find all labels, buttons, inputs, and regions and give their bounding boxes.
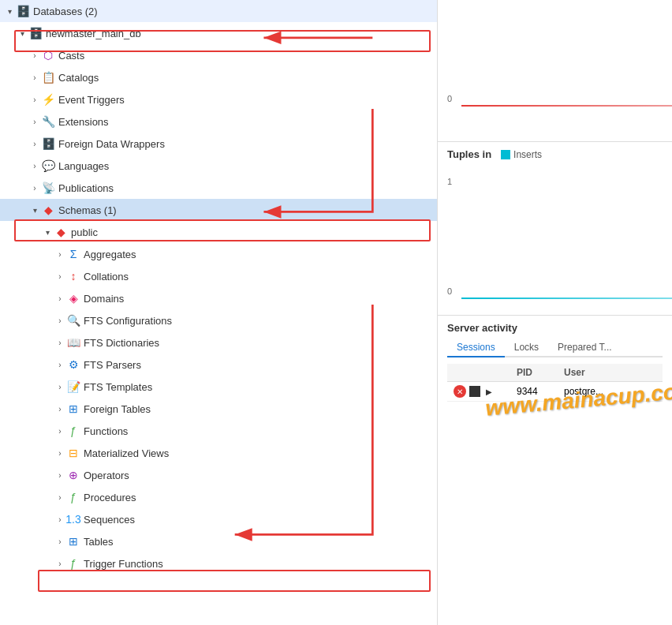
chevron-foreign-data[interactable] (28, 137, 41, 150)
tree-item-schemas[interactable]: ◆Schemas (1) (0, 199, 437, 221)
tree-item-procedures[interactable]: ƒProcedures (0, 486, 437, 508)
label-publications: Publications (58, 182, 114, 194)
tree-item-fts-dict[interactable]: 📖FTS Dictionaries (0, 331, 437, 354)
icon-publications: 📡 (41, 181, 55, 195)
chevron-event-triggers[interactable] (28, 93, 41, 106)
tree-item-fts-parsers[interactable]: ⚙FTS Parsers (0, 354, 437, 376)
icon-operators: ⊕ (66, 468, 80, 482)
tree-item-casts[interactable]: ⬡Casts (0, 44, 437, 66)
play-button[interactable]: ▶ (483, 386, 495, 397)
chevron-public[interactable] (41, 226, 54, 238)
tree-item-functions[interactable]: ƒFunctions (0, 420, 437, 442)
chevron-casts[interactable] (28, 49, 41, 62)
icon-fts-dict: 📖 (66, 335, 80, 350)
icon-newmaster: 🗄️ (28, 26, 43, 40)
icon-fts-templates: 📝 (66, 380, 80, 394)
chevron-extensions[interactable] (28, 115, 41, 128)
tree-item-tables[interactable]: ⊞Tables (0, 530, 437, 552)
terminate-button[interactable] (469, 386, 480, 397)
label-fts-dict: FTS Dictionaries (84, 337, 159, 349)
server-tabs-row: Sessions Locks Prepared T... (447, 339, 663, 357)
chevron-databases[interactable] (3, 5, 16, 17)
icon-procedures: ƒ (66, 490, 80, 504)
chevron-collations[interactable] (54, 270, 66, 283)
icon-schemas: ◆ (41, 203, 55, 217)
label-procedures: Procedures (84, 492, 136, 503)
tree-item-catalogs[interactable]: 📋Catalogs (0, 66, 437, 88)
tree-item-foreign-tables[interactable]: ⊞Foreign Tables (0, 398, 437, 420)
label-sequences: Sequences (84, 514, 135, 526)
tree-item-collations[interactable]: ↕Collations (0, 265, 437, 287)
chart-top: 0 (438, 0, 672, 142)
stop-button[interactable]: ✕ (454, 385, 466, 398)
chevron-fts-config[interactable] (54, 314, 66, 327)
icon-casts: ⬡ (41, 48, 55, 62)
tree-root: 🗄️Databases (2)🗄️newmaster_main_db⬡Casts… (0, 0, 437, 574)
legend-inserts: Inserts (501, 149, 542, 160)
chevron-languages[interactable] (28, 159, 41, 172)
chevron-publications[interactable] (28, 182, 41, 194)
tree-item-databases[interactable]: 🗄️Databases (2) (0, 0, 437, 22)
chevron-aggregates[interactable] (54, 248, 66, 260)
chevron-tables[interactable] (54, 535, 66, 548)
chevron-fts-templates[interactable] (54, 380, 66, 393)
tree-container: 🗄️Databases (2)🗄️newmaster_main_db⬡Casts… (0, 0, 437, 574)
chevron-procedures[interactable] (54, 491, 66, 503)
tab-prepared-t[interactable]: Prepared T... (548, 339, 621, 357)
chevron-domains[interactable] (54, 292, 66, 305)
tree-item-mat-views[interactable]: ⊟Materialized Views (0, 442, 437, 464)
chevron-fts-parsers[interactable] (54, 358, 66, 371)
left-panel: 🗄️Databases (2)🗄️newmaster_main_db⬡Casts… (0, 0, 438, 625)
tree-item-operators[interactable]: ⊕Operators (0, 464, 437, 486)
label-trigger-functions: Trigger Functions (84, 558, 163, 570)
chevron-fts-dict[interactable] (54, 336, 66, 349)
label-mat-views: Materialized Views (84, 447, 169, 459)
icon-databases: 🗄️ (16, 4, 30, 18)
tree-item-aggregates[interactable]: ΣAggregates (0, 243, 437, 265)
tab-sessions[interactable]: Sessions (447, 339, 505, 357)
icon-collations: ↕ (66, 269, 80, 283)
icon-sequences: 1.3 (66, 512, 80, 526)
tree-item-public[interactable]: ◆public (0, 221, 437, 243)
col-header-user: User (558, 364, 621, 381)
chevron-sequences[interactable] (54, 513, 66, 526)
tree-item-newmaster[interactable]: 🗄️newmaster_main_db (0, 22, 437, 44)
tree-item-sequences[interactable]: 1.3Sequences (0, 508, 437, 530)
table-header: PID User (447, 364, 663, 382)
chevron-trigger-functions[interactable] (54, 557, 66, 570)
chart-one-label: 1 (447, 177, 452, 186)
chevron-mat-views[interactable] (54, 447, 66, 459)
tree-item-fts-templates[interactable]: 📝FTS Templates (0, 376, 437, 398)
chevron-newmaster[interactable] (16, 27, 28, 39)
tab-locks[interactable]: Locks (505, 339, 548, 357)
label-operators: Operators (84, 470, 129, 481)
label-catalogs: Catalogs (58, 72, 99, 84)
tree-item-fts-config[interactable]: 🔍FTS Configurations (0, 309, 437, 331)
col-header-pid: PID (510, 364, 558, 381)
tree-item-publications[interactable]: 📡Publications (0, 177, 437, 199)
chevron-schemas[interactable] (28, 204, 41, 216)
icon-foreign-data: 🗄️ (41, 137, 55, 151)
icon-event-triggers: ⚡ (41, 92, 55, 107)
table-row: ✕ ▶ 9344 postgre... (447, 382, 663, 402)
chevron-foreign-tables[interactable] (54, 402, 66, 415)
tree-item-domains[interactable]: ◈Domains (0, 287, 437, 309)
label-casts: Casts (58, 50, 84, 62)
chevron-operators[interactable] (54, 469, 66, 481)
tree-item-trigger-functions[interactable]: ƒTrigger Functions (0, 552, 437, 574)
label-newmaster: newmaster_main_db (46, 28, 141, 39)
chart-zero-label: 0 (447, 94, 452, 103)
tree-item-event-triggers[interactable]: ⚡Event Triggers (0, 88, 437, 110)
chevron-functions[interactable] (54, 425, 66, 437)
label-foreign-tables: Foreign Tables (84, 403, 151, 415)
chevron-catalogs[interactable] (28, 71, 41, 84)
icon-catalogs: 📋 (41, 70, 55, 84)
label-public: public (71, 226, 98, 238)
label-collations: Collations (84, 271, 129, 283)
tree-item-foreign-data[interactable]: 🗄️Foreign Data Wrappers (0, 133, 437, 155)
icon-tables: ⊞ (66, 534, 80, 548)
icon-mat-views: ⊟ (66, 446, 80, 460)
tree-item-extensions[interactable]: 🔧Extensions (0, 110, 437, 133)
tree-item-languages[interactable]: 💬Languages (0, 155, 437, 177)
server-activity: Server activity Sessions Locks Prepared … (438, 316, 672, 625)
